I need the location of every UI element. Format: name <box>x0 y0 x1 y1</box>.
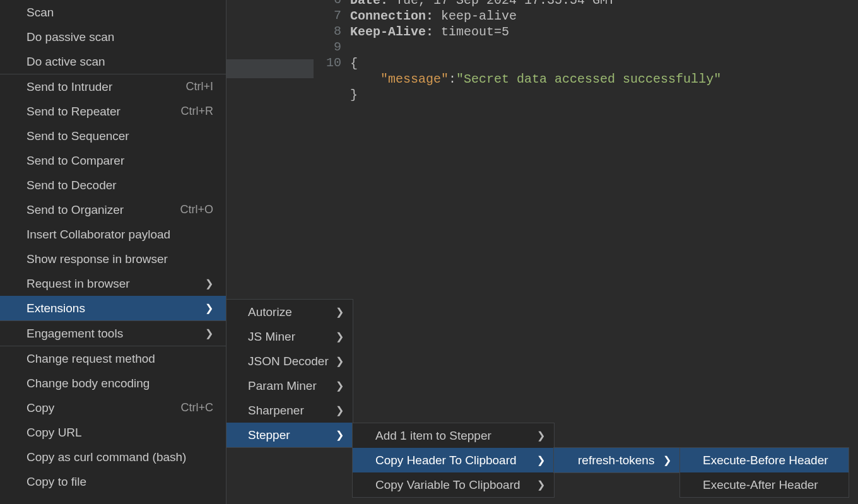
chevron-right-icon: ❯ <box>336 380 344 392</box>
context-menu-extensions-item[interactable]: Autorize❯ <box>226 300 353 324</box>
menu-item-label: Change body encoding <box>26 377 150 390</box>
context-menu-main-item[interactable]: Send to RepeaterCtrl+R <box>0 99 226 124</box>
context-menu-main: ScanDo passive scanDo active scanSend to… <box>0 0 226 504</box>
menu-item-label: Execute-After Header <box>703 478 818 492</box>
context-menu-main-item[interactable]: Scan <box>0 0 226 25</box>
context-menu-extensions-item[interactable]: Sharpener❯ <box>226 398 353 423</box>
menu-item-shortcut: Ctrl+C <box>180 401 213 414</box>
context-menu-extensions-item[interactable]: Stepper❯ <box>226 423 353 447</box>
menu-item-label: Scan <box>26 6 54 20</box>
menu-item-label: Copy URL <box>26 426 82 440</box>
menu-item-label: Stepper <box>248 428 290 442</box>
menu-item-label: Request in browser <box>26 277 130 291</box>
chevron-right-icon: ❯ <box>205 302 213 314</box>
chevron-right-icon: ❯ <box>663 454 671 466</box>
menu-item-shortcut: Ctrl+O <box>180 203 213 216</box>
code-line: "message":"Secret data accessed successf… <box>350 71 721 87</box>
menu-item-label: Extensions <box>26 302 85 315</box>
code-line: { <box>350 56 358 71</box>
line-number: 8 <box>334 24 341 38</box>
chevron-right-icon: ❯ <box>336 355 344 367</box>
menu-item-label: Insert Collaborator payload <box>26 228 170 242</box>
context-menu-main-item[interactable]: Send to Comparer <box>0 148 226 173</box>
context-menu-refresh-tokens: refresh-tokens❯ <box>553 447 681 473</box>
chevron-right-icon: ❯ <box>336 306 344 318</box>
context-menu-stepper: Add 1 item to Stepper❯Copy Header To Cli… <box>352 423 555 498</box>
context-menu-main-item[interactable]: Send to IntruderCtrl+I <box>0 74 226 99</box>
menu-item-label: Execute-Before Header <box>703 454 828 467</box>
menu-item-label: refresh-tokens <box>578 454 654 467</box>
line-number: 6 <box>334 0 341 7</box>
menu-item-label: Copy as curl command (bash) <box>26 450 186 464</box>
line-number: 9 <box>334 40 341 54</box>
menu-item-label: Copy to file <box>26 475 86 489</box>
menu-item-label: Show response in browser <box>26 252 168 266</box>
menu-item-label: Copy Variable To Clipboard <box>375 478 520 492</box>
chevron-right-icon: ❯ <box>336 404 344 416</box>
menu-item-label: Autorize <box>248 305 292 319</box>
context-menu-extensions-item[interactable]: Param Miner❯ <box>226 373 353 398</box>
context-menu-main-item[interactable]: Send to OrganizerCtrl+O <box>0 197 226 222</box>
context-menu-execute-header-item[interactable]: Execute-After Header <box>680 472 849 497</box>
context-menu-stepper-item[interactable]: Add 1 item to Stepper❯ <box>353 423 554 448</box>
context-menu-refresh-tokens-item[interactable]: refresh-tokens❯ <box>554 448 680 472</box>
context-menu-extensions: Autorize❯JS Miner❯JSON Decoder❯Param Min… <box>226 299 353 448</box>
code-line <box>350 40 358 56</box>
context-menu-stepper-item[interactable]: Copy Header To Clipboard❯ <box>353 448 554 472</box>
menu-item-label: Send to Repeater <box>26 105 120 119</box>
context-menu-execute-header-item[interactable]: Execute-Before Header <box>680 448 849 472</box>
context-menu-stepper-item[interactable]: Copy Variable To Clipboard❯ <box>353 472 554 497</box>
chevron-right-icon: ❯ <box>537 454 545 466</box>
code-line: Date: Tue, 17 Sep 2024 17:35:54 GMT <box>350 0 615 8</box>
menu-item-label: Copy <box>26 401 54 415</box>
context-menu-main-item[interactable]: Send to Sequencer <box>0 124 226 148</box>
context-menu-main-item[interactable]: CopyCtrl+C <box>0 396 226 420</box>
context-menu-main-item[interactable]: Copy as curl command (bash) <box>0 445 226 469</box>
line-number: 10 <box>326 56 341 70</box>
menu-item-label: JSON Decoder <box>248 355 329 368</box>
background-row-highlight <box>226 59 314 78</box>
context-menu-main-item[interactable]: Engagement tools❯ <box>0 321 226 346</box>
code-line: } <box>350 87 358 103</box>
menu-item-label: Do active scan <box>26 55 105 69</box>
code-line: Keep-Alive: timeout=5 <box>350 24 509 40</box>
context-menu-main-item[interactable]: Change request method <box>0 346 226 371</box>
menu-item-label: Sharpener <box>248 404 304 418</box>
context-menu-extensions-item[interactable]: JSON Decoder❯ <box>226 349 353 373</box>
chevron-right-icon: ❯ <box>537 479 545 491</box>
code-line: Connection: keep-alive <box>350 8 517 24</box>
context-menu-execute-header: Execute-Before HeaderExecute-After Heade… <box>679 447 849 498</box>
context-menu-main-item[interactable]: Request in browser❯ <box>0 271 226 296</box>
line-number: 7 <box>334 8 341 23</box>
context-menu-main-item[interactable]: Send to Decoder <box>0 173 226 197</box>
menu-item-label: Param Miner <box>248 379 317 393</box>
menu-item-label: Send to Sequencer <box>26 129 129 143</box>
context-menu-main-item[interactable]: Show response in browser <box>0 247 226 271</box>
context-menu-main-item[interactable]: Copy to file <box>0 469 226 494</box>
menu-item-label: Copy Header To Clipboard <box>375 454 517 467</box>
menu-item-shortcut: Ctrl+I <box>185 80 213 93</box>
menu-item-label: Send to Intruder <box>26 80 112 94</box>
context-menu-main-item[interactable]: Extensions❯ <box>0 296 226 320</box>
chevron-right-icon: ❯ <box>336 331 344 343</box>
menu-item-label: Send to Comparer <box>26 154 124 168</box>
chevron-right-icon: ❯ <box>336 429 344 441</box>
menu-item-label: Engagement tools <box>26 327 123 341</box>
context-menu-extensions-item[interactable]: JS Miner❯ <box>226 324 353 349</box>
menu-item-label: Do passive scan <box>26 30 114 44</box>
context-menu-main-item[interactable]: Insert Collaborator payload <box>0 222 226 247</box>
menu-item-label: Send to Organizer <box>26 203 124 217</box>
chevron-right-icon: ❯ <box>537 430 545 442</box>
chevron-right-icon: ❯ <box>205 327 213 339</box>
context-menu-main-item[interactable]: Copy URL <box>0 420 226 445</box>
chevron-right-icon: ❯ <box>205 278 213 290</box>
context-menu-main-item[interactable]: Change body encoding <box>0 371 226 396</box>
menu-item-shortcut: Ctrl+R <box>180 105 213 118</box>
menu-item-label: Add 1 item to Stepper <box>375 429 491 443</box>
menu-item-label: Change request method <box>26 352 155 366</box>
menu-item-label: Send to Decoder <box>26 179 117 192</box>
menu-item-label: JS Miner <box>248 330 295 344</box>
context-menu-main-item[interactable]: Do active scan <box>0 49 226 74</box>
context-menu-main-item[interactable]: Do passive scan <box>0 25 226 49</box>
